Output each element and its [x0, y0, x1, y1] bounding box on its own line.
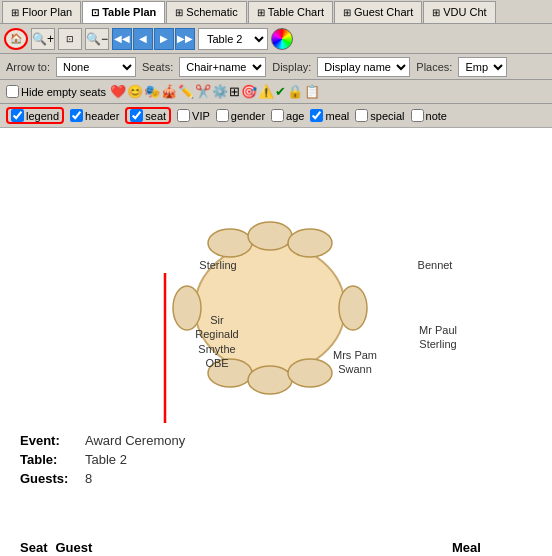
- arrow-to-select[interactable]: None Head table Custom: [56, 57, 136, 77]
- emoji-target[interactable]: 🎯: [241, 85, 257, 98]
- seats-select[interactable]: Chair+name Chair only Name only: [179, 57, 266, 77]
- table-select[interactable]: Table 2 Table 1 Table 3: [198, 28, 268, 50]
- vdu-chart-icon: ⊞: [432, 7, 440, 18]
- nav-prev-button[interactable]: ◀: [133, 28, 153, 50]
- table-label: Table:: [20, 452, 85, 467]
- guest-bennet: Bennet: [400, 258, 470, 272]
- legend-vip-checkbox[interactable]: [177, 109, 190, 122]
- col-seat-header: Seat: [20, 538, 55, 556]
- svg-point-3: [288, 229, 332, 257]
- tab-floor-plan[interactable]: ⊞ Floor Plan: [2, 1, 81, 23]
- main-content: Sterling Bennet SirReginaldSmytheOBE Mrs…: [0, 128, 552, 556]
- nav-next-button[interactable]: ▶: [154, 28, 174, 50]
- hide-empty-label: Hide empty seats: [21, 86, 106, 98]
- legend-note-item: note: [411, 109, 447, 122]
- hide-empty-container: Hide empty seats: [6, 85, 106, 98]
- checkboxes-row: Hide empty seats ❤️ 😊 🎭 🎪 ✏️ ✂️ ⚙️ ⊞ 🎯 ⚠…: [0, 80, 552, 104]
- guest-chart-icon: ⊞: [343, 7, 351, 18]
- table-header-row: Seat Guest Meal: [20, 538, 532, 556]
- zoom-fit-button[interactable]: ⊡: [58, 28, 82, 50]
- legend-meal-checkbox[interactable]: [310, 109, 323, 122]
- emoji-circus[interactable]: 🎪: [161, 85, 177, 98]
- emoji-grid[interactable]: ⊞: [229, 85, 240, 98]
- guest-table-area: Seat Guest Meal 1Miss Isabel Batemanchic…: [0, 538, 552, 556]
- col-guest-header: Guest: [55, 538, 452, 556]
- home-button[interactable]: 🏠: [4, 28, 28, 50]
- legend-note-checkbox[interactable]: [411, 109, 424, 122]
- legend-age-item: age: [271, 109, 304, 122]
- guests-label: Guests:: [20, 471, 85, 486]
- col-meal-header: Meal: [452, 538, 532, 556]
- guest-pam-swann: Mrs PamSwann: [320, 348, 390, 377]
- emoji-masks[interactable]: 🎭: [144, 85, 160, 98]
- legend-special-checkbox[interactable]: [355, 109, 368, 122]
- guest-reginald: SirReginaldSmytheOBE: [182, 313, 252, 370]
- legend-row: legend header seat VIP gender age meal s…: [0, 104, 552, 128]
- legend-seat-checkbox[interactable]: [130, 109, 143, 122]
- emoji-pencil[interactable]: ✏️: [178, 85, 194, 98]
- floor-plan-icon: ⊞: [11, 7, 19, 18]
- emoji-warning[interactable]: ⚠️: [258, 85, 274, 98]
- table-diagram-svg: [0, 128, 552, 438]
- legend-age-label: age: [286, 110, 304, 122]
- display-label: Display:: [272, 61, 311, 73]
- options-row: Arrow to: None Head table Custom Seats: …: [0, 54, 552, 80]
- legend-header-checkbox[interactable]: [70, 109, 83, 122]
- guest-table: Seat Guest Meal 1Miss Isabel Batemanchic…: [20, 538, 532, 556]
- emoji-buttons: ❤️ 😊 🎭 🎪 ✏️ ✂️ ⚙️ ⊞ 🎯 ⚠️ ✔ 🔒 📋: [110, 85, 320, 98]
- guests-row: Guests: 8: [20, 471, 532, 486]
- emoji-gear[interactable]: ⚙️: [212, 85, 228, 98]
- table-plan-icon: ⊡: [91, 7, 99, 18]
- emoji-lock[interactable]: 🔒: [287, 85, 303, 98]
- tab-schematic[interactable]: ⊞ Schematic: [166, 1, 246, 23]
- legend-gender-label: gender: [231, 110, 265, 122]
- tab-table-plan[interactable]: ⊡ Table Plan: [82, 1, 165, 23]
- table-value: Table 2: [85, 452, 127, 467]
- zoom-out-button[interactable]: 🔍−: [85, 28, 109, 50]
- legend-gender-item: gender: [216, 109, 265, 122]
- guests-value: 8: [85, 471, 92, 486]
- legend-vip-label: VIP: [192, 110, 210, 122]
- tab-vdu-chart[interactable]: ⊞ VDU Cht: [423, 1, 495, 23]
- color-wheel[interactable]: [271, 28, 293, 50]
- guest-sterling-top: Sterling: [178, 258, 258, 272]
- legend-legend-label: legend: [26, 110, 59, 122]
- legend-special-item: special: [355, 109, 404, 122]
- legend-vip-item: VIP: [177, 109, 210, 122]
- tab-bar: ⊞ Floor Plan ⊡ Table Plan ⊞ Schematic ⊞ …: [0, 0, 552, 24]
- legend-seat-label: seat: [145, 110, 166, 122]
- info-panel: Event: Award Ceremony Table: Table 2 Gue…: [0, 423, 552, 500]
- emoji-clipboard[interactable]: 📋: [304, 85, 320, 98]
- schematic-icon: ⊞: [175, 7, 183, 18]
- zoom-in-button[interactable]: 🔍+: [31, 28, 55, 50]
- display-select[interactable]: Display name Full name First name: [317, 57, 410, 77]
- nav-first-button[interactable]: ◀◀: [112, 28, 132, 50]
- event-value: Award Ceremony: [85, 433, 185, 448]
- tab-guest-chart[interactable]: ⊞ Guest Chart: [334, 1, 422, 23]
- table-chart-icon: ⊞: [257, 7, 265, 18]
- legend-meal-label: meal: [325, 110, 349, 122]
- hide-empty-checkbox[interactable]: [6, 85, 19, 98]
- emoji-check[interactable]: ✔: [275, 85, 286, 98]
- seats-label: Seats:: [142, 61, 173, 73]
- legend-gender-checkbox[interactable]: [216, 109, 229, 122]
- emoji-scissors[interactable]: ✂️: [195, 85, 211, 98]
- legend-legend-checkbox[interactable]: [11, 109, 24, 122]
- emoji-face[interactable]: 😊: [127, 85, 143, 98]
- legend-special-label: special: [370, 110, 404, 122]
- emoji-heart[interactable]: ❤️: [110, 85, 126, 98]
- places-select[interactable]: Emp: [458, 57, 507, 77]
- svg-point-8: [339, 286, 367, 330]
- nav-last-button[interactable]: ▶▶: [175, 28, 195, 50]
- tab-table-chart[interactable]: ⊞ Table Chart: [248, 1, 333, 23]
- legend-seat-item: seat: [125, 107, 171, 124]
- table-row-info: Table: Table 2: [20, 452, 532, 467]
- arrow-to-label: Arrow to:: [6, 61, 50, 73]
- toolbar: 🏠 🔍+ ⊡ 🔍− ◀◀ ◀ ▶ ▶▶ Table 2 Table 1 Tabl…: [0, 24, 552, 54]
- legend-meal-item: meal: [310, 109, 349, 122]
- table-area: Sterling Bennet SirReginaldSmytheOBE Mrs…: [0, 128, 552, 438]
- svg-point-5: [248, 366, 292, 394]
- legend-legend-item: legend: [6, 107, 64, 124]
- legend-age-checkbox[interactable]: [271, 109, 284, 122]
- event-label: Event:: [20, 433, 85, 448]
